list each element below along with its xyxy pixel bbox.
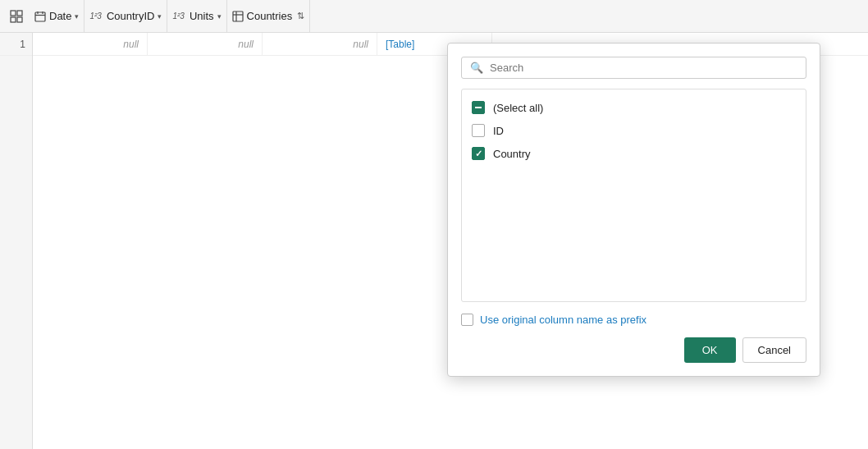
date-col-label: Date: [49, 10, 71, 22]
units-type-label: 1²3: [172, 11, 184, 21]
col-header-countryid[interactable]: 1²3 CountryID ▾: [85, 0, 167, 32]
countryid-dropdown-arrow[interactable]: ▾: [158, 12, 162, 21]
main-area: Date ▾ 1²3 CountryID ▾ 1²3 Units ▾ Count…: [0, 0, 868, 449]
cell-units-1: null: [263, 33, 377, 55]
search-box[interactable]: 🔍: [461, 57, 806, 79]
cb-id-label: ID: [493, 125, 504, 137]
row-number-col: 1: [0, 33, 33, 449]
cell-date-1: null: [33, 33, 148, 55]
svg-rect-3: [17, 17, 22, 22]
partial-mark: [475, 107, 482, 108]
calendar-icon: [34, 11, 46, 22]
cancel-button[interactable]: Cancel: [742, 337, 806, 363]
grid-icon[interactable]: [3, 3, 30, 30]
checkbox-country[interactable]: ✓ Country: [462, 142, 806, 165]
svg-rect-4: [35, 12, 45, 21]
checkbox-id[interactable]: ID: [462, 119, 806, 142]
prefix-label: Use original column name as prefix: [480, 314, 646, 326]
row-number-1: 1: [0, 33, 32, 56]
units-dropdown-arrow[interactable]: ▾: [217, 12, 222, 21]
cb-country: ✓: [472, 147, 485, 160]
countries-col-label: Countries: [247, 10, 293, 22]
expand-dialog: 🔍 (Select all) ID: [447, 43, 820, 377]
search-input[interactable]: [490, 62, 797, 74]
search-icon: 🔍: [470, 62, 483, 74]
col-header-countries[interactable]: Countries ⇅: [227, 0, 311, 32]
svg-rect-8: [233, 11, 243, 21]
checkbox-select-all[interactable]: (Select all): [462, 96, 806, 119]
prefix-row[interactable]: Use original column name as prefix: [461, 314, 806, 326]
dialog-footer: OK Cancel: [461, 337, 806, 363]
col-header-units[interactable]: 1²3 Units ▾: [167, 0, 226, 32]
cell-countryid-1: null: [148, 33, 263, 55]
checkbox-list: (Select all) ID ✓ Country: [461, 89, 806, 302]
table-icon: [232, 11, 244, 22]
units-col-label: Units: [190, 10, 214, 22]
svg-rect-0: [11, 11, 16, 16]
cb-country-label: Country: [493, 148, 531, 160]
header-row: Date ▾ 1²3 CountryID ▾ 1²3 Units ▾ Count…: [0, 0, 868, 33]
col-header-date[interactable]: Date ▾: [30, 0, 85, 32]
check-mark: ✓: [475, 149, 482, 159]
svg-rect-2: [11, 17, 16, 22]
ok-button[interactable]: OK: [684, 337, 736, 363]
sort-icon[interactable]: ⇅: [297, 11, 304, 21]
cb-select-all: [472, 101, 485, 114]
cb-select-all-label: (Select all): [493, 102, 543, 114]
countryid-col-label: CountryID: [107, 10, 155, 22]
cb-id: [472, 124, 485, 137]
prefix-checkbox[interactable]: [461, 314, 473, 326]
countryid-type-label: 1²3: [89, 11, 101, 21]
svg-rect-1: [17, 11, 22, 16]
date-dropdown-arrow[interactable]: ▾: [75, 12, 79, 21]
